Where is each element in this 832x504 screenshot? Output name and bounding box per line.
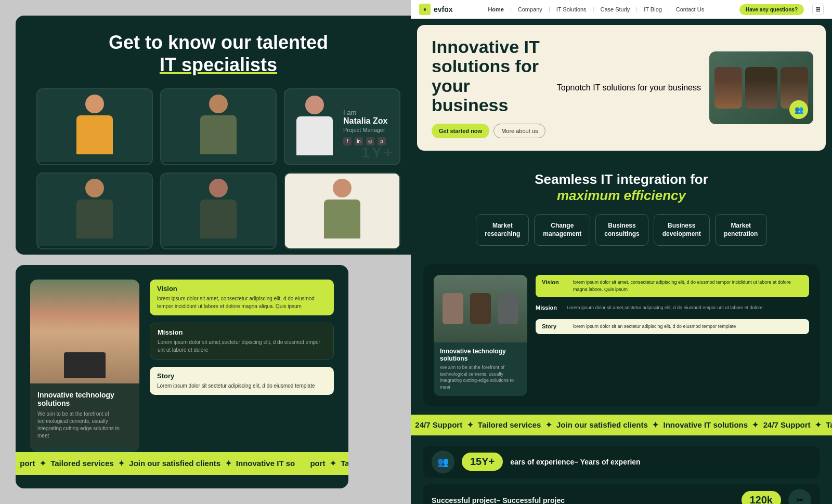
team-title: Get to know our talented IT specialists [36,31,400,76]
stat-text-projects: Successful project– Successful projec [432,496,734,505]
vision-text: lorem ipsum dolor sit amet, consectetur … [157,295,327,310]
ticker-bar-left: port ✦ Tailored services ✦ Join our sati… [16,452,348,475]
team-cell-featured: I am Natalia Zox Project Manager f in ◎ … [284,88,400,165]
hero-buttons: Get started now More about us [432,124,549,138]
navbar: e evfox Home | Company | IT Solutions | … [411,0,832,19]
about-mission-block: Mission Lorem ipsum dolor sit amet,secte… [536,302,809,314]
stat-text-experience: ears of experience– Years of experien [510,458,811,466]
team-cell-2 [160,88,277,165]
laptop-icon [64,352,106,378]
about-mission-label: Mission [536,304,562,311]
meeting-person-2 [470,293,491,324]
about-info-blocks: Vision lorem ipsum dolor sit amet, conse… [536,275,809,395]
about-card-left: Innovative technology solutions We aim t… [16,265,348,488]
featured-person-info: I am Natalia Zox Project Manager f in ◎ … [343,109,387,145]
hero-person-1 [714,67,742,109]
about-photo-image [434,275,527,342]
stats-section: 👥 15Y+ ears of experience– Years of expe… [411,435,832,505]
stat-icon-scissors: ✂ [788,489,811,505]
stat-icon-people: 👥 [432,450,454,473]
featured-role: Project Manager [343,127,387,133]
about-vision-label: Vision [542,279,568,285]
nav-company[interactable]: Company [518,6,542,12]
about-photo: Innovative technology solutions We aim t… [434,275,527,395]
photo-desc: We aim to be at the forefront of technol… [37,410,132,440]
team-grid: I am Natalia Zox Project Manager f in ◎ … [36,88,400,249]
photo-caption: Innovative technology solutions We aim t… [30,383,139,447]
about-vision-text: lorem ipsum dolor sit amet, consectetur … [573,279,803,293]
nav-it-blog[interactable]: IT Blog [644,6,662,12]
mission-block: Mission Lorem ipsum dolor sit amet,secte… [150,323,334,360]
hero-title: Innovative IT solutions for your busines… [432,37,549,115]
mission-text: Lorem ipsum dolor sit amet,sectetur dipi… [158,338,326,354]
nav-it-solutions[interactable]: IT Solutions [556,6,587,12]
integration-section: Seamless IT integration for maximum effi… [411,157,832,257]
nav-home[interactable]: Home [488,6,504,12]
about-story-block: Story lorem ipsum dolor sit an sectetur … [536,319,809,335]
stat-number-projects: 120k [742,491,782,504]
hero-subtitle: Topnotch IT solutions for your business [557,83,701,92]
featured-name: Natalia Zox [343,116,387,126]
about-section: Innovative technology solutions We aim t… [423,264,820,406]
service-tags: Marketresearching Changemanagement Busin… [423,214,820,246]
team-cell-5 [160,173,277,249]
settings-icon[interactable]: ⊞ [812,4,824,15]
hero-person-2 [745,67,777,109]
team-cell-1 [36,88,153,165]
more-about-button[interactable]: More about us [493,124,545,138]
logo: e evfox [419,4,453,15]
ticker-text: port ✦ Tailored services ✦ Join our sati… [16,459,348,468]
stat-row-projects: Successful project– Successful projec 12… [423,484,820,505]
nav-cta-button[interactable]: Have any questions? [739,4,804,15]
nav-case-study[interactable]: Case Study [600,6,630,12]
service-business-dev[interactable]: Businessdevelopment [654,214,710,246]
about-photo-desc: We aim to be at the forefront of technol… [440,364,521,390]
service-market-research[interactable]: Marketresearching [476,214,529,246]
ticker-bar-right: 24/7 Support ✦ Tailored services ✦ Join … [411,415,832,435]
about-vision-block: Vision lorem ipsum dolor sit amet, conse… [536,275,809,297]
facebook-icon[interactable]: f [343,137,352,145]
get-started-button[interactable]: Get started now [432,124,489,138]
nav-contact[interactable]: Contact Us [676,6,704,12]
photo-title: Innovative technology solutions [37,391,132,407]
service-market-penetration[interactable]: Marketpenetration [715,214,767,246]
meeting-person-1 [443,293,463,324]
story-text: Lorem ipsum dolor sit sectetur adipiscin… [157,382,327,390]
hero-badge: 👥 [789,100,808,119]
mission-label: Mission [158,328,326,336]
service-change-mgmt[interactable]: Changemanagement [534,214,590,246]
team-cell-6 [284,173,400,249]
featured-prefix: I am [343,109,387,116]
logo-text: evfox [434,5,453,14]
right-panel: e evfox Home | Company | IT Solutions | … [411,0,832,504]
hero-section: Innovative IT solutions for your busines… [417,25,826,151]
about-info-right: Vision lorem ipsum dolor sit amet, conse… [150,280,334,452]
nav-links: Home | Company | IT Solutions | Case Stu… [461,6,731,12]
vision-block: Vision lorem ipsum dolor sit amet, conse… [150,280,334,315]
logo-icon: e [419,4,431,15]
vision-label: Vision [157,285,327,293]
about-photo-left: Innovative technology solutions We aim t… [30,280,139,452]
story-label: Story [157,372,327,380]
meeting-person-3 [498,293,518,324]
about-photo-title: Innovative technology solutions [440,348,521,362]
about-story-text: lorem ipsum dolor sit an sectetur adipis… [573,323,803,330]
integration-title: Seamless IT integration for maximum effi… [423,171,820,204]
hero-image: 👥 [709,51,813,124]
team-card: Get to know our talented IT specialists [16,16,421,255]
hero-text: Innovative IT solutions for your busines… [432,37,549,138]
team-cell-4 [36,173,153,249]
story-block: Story Lorem ipsum dolor sit sectetur adi… [150,367,334,395]
service-business-consulting[interactable]: Businessconsultings [595,214,648,246]
ticker-right-text: 24/7 Support ✦ Tailored services ✦ Join … [411,420,832,430]
watermark-text: 1Y+ [361,144,394,161]
person-photo [30,280,139,383]
about-photo-text: Innovative technology solutions We aim t… [434,342,527,395]
stat-row-experience: 👥 15Y+ ears of experience– Years of expe… [423,446,820,478]
about-mission-text: Lorem ipsum dolor sit amet,sectetur adip… [567,304,809,312]
stat-number-years: 15Y+ [462,453,503,471]
meeting-image [434,275,527,342]
about-story-label: Story [542,323,568,329]
